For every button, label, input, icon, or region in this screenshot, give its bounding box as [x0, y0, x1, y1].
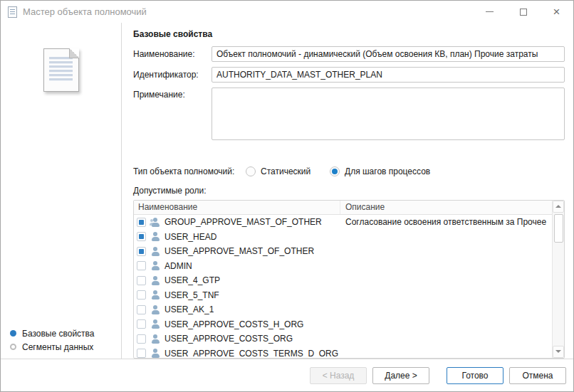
title-bar: Мастер объекта полномочий × — [1, 1, 573, 23]
role-name-cell: USER_APPROVE_COSTS_TERMS_D_ORG — [137, 349, 340, 359]
authority-type-row: Тип объекта полномочий: Статический Для … — [133, 166, 565, 176]
radio-process-steps[interactable] — [330, 166, 340, 176]
role-row[interactable]: USER_4_GTP — [134, 273, 552, 288]
role-name: USER_APPROVE_COSTS_ORG — [165, 334, 293, 344]
role-name-cell: USER_HEAD — [137, 232, 340, 242]
scroll-up-button[interactable] — [553, 201, 564, 213]
name-label: Наименование: — [133, 49, 212, 59]
minimize-button[interactable] — [473, 1, 506, 23]
user-icon — [150, 261, 160, 270]
role-row[interactable]: USER_AK_1 — [134, 302, 552, 317]
role-row[interactable]: USER_APPROVE_MAST_OF_OTHER — [134, 244, 552, 259]
role-checkbox[interactable] — [137, 305, 146, 314]
role-name-cell: GROUP_APPROVE_MAST_OF_OTHER — [137, 217, 340, 227]
identifier-label: Идентификатор: — [133, 70, 212, 80]
role-name: USER_APPROVE_MAST_OF_OTHER — [165, 246, 314, 256]
user-icon — [150, 247, 160, 256]
role-name: USER_AK_1 — [165, 304, 214, 314]
arrow-down-icon — [555, 350, 561, 353]
role-checkbox[interactable] — [137, 290, 146, 300]
user-icon — [150, 232, 160, 241]
maximize-button[interactable] — [506, 1, 540, 23]
roles-table-header: Наименование Описание — [134, 201, 552, 215]
finish-button[interactable]: Готово — [447, 367, 503, 384]
radio-option-static[interactable]: Статический — [246, 166, 330, 176]
wizard-dialog: Мастер объекта полномочий × Базовые свой… — [0, 0, 574, 392]
next-button[interactable]: Далее > — [372, 367, 429, 384]
step-label: Базовые свойства — [22, 329, 95, 339]
role-checkbox[interactable] — [137, 334, 146, 344]
role-checkbox[interactable] — [137, 261, 146, 270]
identifier-row: Идентификатор: — [133, 67, 565, 83]
dialog-body: Базовые свойства Сегменты данных Базовые… — [1, 23, 573, 359]
role-name-cell: USER_4_GTP — [137, 275, 340, 285]
back-button[interactable]: < Назад — [310, 367, 367, 384]
role-name: GROUP_APPROVE_MAST_OF_OTHER — [165, 217, 322, 227]
role-checkbox[interactable] — [137, 232, 146, 241]
step-inactive-bullet — [10, 344, 16, 350]
role-checkbox[interactable] — [137, 247, 146, 256]
step-active-bullet — [10, 330, 16, 337]
role-row[interactable]: ADMIN — [134, 258, 552, 273]
column-header-description[interactable]: Описание — [340, 202, 552, 212]
vertical-scrollbar[interactable] — [552, 201, 564, 358]
maximize-icon — [520, 9, 527, 16]
role-name-cell: ADMIN — [137, 261, 340, 271]
role-row[interactable]: USER_HEAD — [134, 229, 552, 244]
user-icon — [150, 334, 160, 344]
column-header-name[interactable]: Наименование — [134, 201, 340, 214]
close-button[interactable]: × — [540, 1, 573, 23]
user-icon — [150, 349, 160, 358]
user-icon — [150, 276, 160, 285]
role-checkbox[interactable] — [137, 319, 146, 329]
user-icon — [150, 290, 160, 300]
wizard-steps: Базовые свойства Сегменты данных — [10, 328, 95, 352]
note-textarea[interactable] — [212, 88, 565, 140]
close-icon: × — [553, 6, 560, 18]
role-checkbox[interactable] — [137, 276, 146, 285]
role-name: USER_4_GTP — [165, 275, 220, 285]
note-label: Примечание: — [133, 88, 212, 100]
radio-static-label: Статический — [261, 166, 311, 176]
scroll-down-button[interactable] — [553, 346, 564, 358]
role-checkbox[interactable] — [137, 349, 146, 358]
radio-option-process-steps[interactable]: Для шагов процессов — [330, 166, 430, 176]
document-fold-corner — [69, 48, 79, 58]
step-label: Сегменты данных — [22, 342, 93, 352]
window-title: Мастер объекта полномочий — [23, 6, 147, 17]
role-name-cell: USER_APPROVE_COSTS_H_ORG — [137, 319, 340, 329]
step-basic-properties[interactable]: Базовые свойства — [10, 328, 95, 339]
scrollbar-thumb[interactable] — [554, 214, 563, 243]
role-row[interactable]: USER_APPROVE_COSTS_ORG — [134, 332, 552, 346]
basic-properties-panel: Базовые свойства Наименование: Идентифик… — [122, 23, 573, 359]
arrow-up-icon — [555, 205, 561, 208]
step-data-segments[interactable]: Сегменты данных — [10, 341, 95, 352]
window-controls: × — [473, 1, 573, 23]
role-name-cell: USER_APPROVE_COSTS_ORG — [137, 334, 340, 344]
document-lines — [49, 57, 73, 82]
wizard-document-icon — [43, 48, 79, 92]
user-icon — [150, 305, 160, 314]
role-name: ADMIN — [165, 261, 192, 271]
identifier-input[interactable] — [212, 67, 565, 83]
cancel-button[interactable]: Отмена — [509, 367, 566, 384]
role-name: USER_APPROVE_COSTS_TERMS_D_ORG — [165, 349, 338, 359]
button-bar: < Назад Далее > Готово Отмена — [1, 359, 573, 391]
name-row: Наименование: — [133, 46, 565, 62]
role-row[interactable]: USER_APPROVE_COSTS_H_ORG — [134, 317, 552, 332]
section-title: Базовые свойства — [133, 29, 565, 39]
radio-static[interactable] — [246, 166, 256, 176]
note-row: Примечание: — [133, 88, 565, 140]
role-row[interactable]: GROUP_APPROVE_MAST_OF_OTHER Согласование… — [134, 215, 552, 230]
radio-process-steps-label: Для шагов процессов — [345, 166, 430, 176]
authority-type-label: Тип объекта полномочий: — [133, 166, 246, 176]
role-row[interactable]: USER_APPROVE_COSTS_TERMS_D_ORG — [134, 346, 552, 359]
role-description: Согласование освоения ответственным за П… — [340, 217, 552, 227]
wizard-sidebar: Базовые свойства Сегменты данных — [1, 23, 122, 359]
user-icon — [150, 319, 160, 329]
role-name-cell: USER_5_TNF — [137, 290, 340, 300]
name-input[interactable] — [212, 46, 565, 62]
role-row[interactable]: USER_5_TNF — [134, 287, 552, 302]
role-name-cell: USER_APPROVE_MAST_OF_OTHER — [137, 246, 340, 256]
role-checkbox[interactable] — [137, 218, 146, 227]
